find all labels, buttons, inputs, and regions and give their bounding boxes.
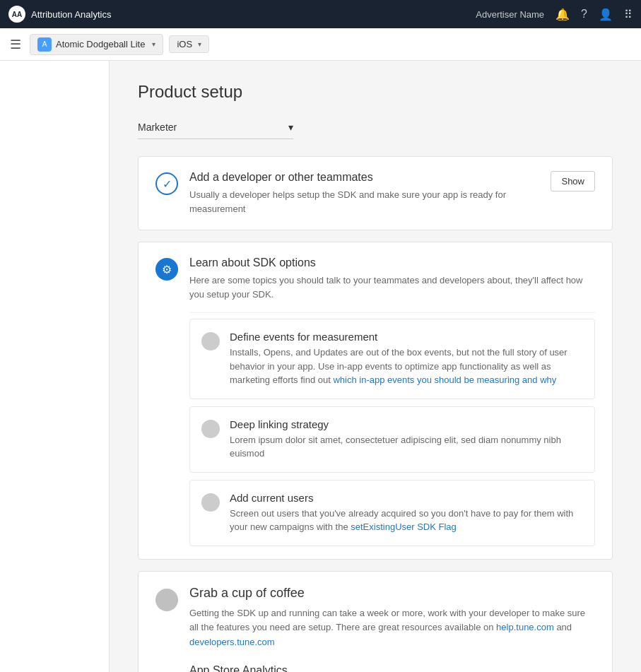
role-dropdown[interactable]: Marketer ▾ (138, 116, 293, 139)
sub-card-events: Define events for measurement Installs, … (189, 319, 595, 399)
main-layout: Setup Product setup Marketer ▾ ✓ Add a d… (0, 61, 641, 672)
asa-section: App Store Analytics Did you know you hav… (155, 664, 595, 672)
coffee-header: Grab a cup of coffee Getting the SDK up … (155, 586, 595, 650)
platform-selector[interactable]: iOS ▾ (169, 35, 209, 53)
app-selector[interactable]: A Atomic Dodgeball Lite ▾ (30, 34, 163, 55)
coffee-content: Grab a cup of coffee Getting the SDK up … (189, 586, 595, 650)
events-link[interactable]: which in-app events you should be measur… (333, 375, 556, 385)
sub-card-users: Add current users Screen out users that … (189, 480, 595, 546)
step3-icon (155, 589, 178, 611)
sdk-header: ⚙ Learn about SDK options Here are some … (155, 257, 595, 301)
hamburger-button[interactable]: ☰ (7, 34, 24, 55)
nav-left: AA Attribution Analytics (8, 6, 111, 23)
top-navbar: AA Attribution Analytics Advertiser Name… (0, 0, 641, 28)
sub-card2-content: Deep linking strategy Lorem ipsum dolor … (230, 418, 583, 461)
coffee-title: Grab a cup of coffee (189, 586, 595, 601)
step-learn-sdk: ⚙ Learn about SDK options Here are some … (138, 242, 613, 560)
platform-label: iOS (177, 39, 192, 49)
sub-navbar: ☰ A Atomic Dodgeball Lite ▾ iOS ▾ (0, 28, 641, 61)
grid-icon[interactable]: ⠿ (624, 8, 633, 21)
page-title: Product setup (138, 82, 613, 102)
show-button[interactable]: Show (551, 171, 595, 191)
developers-tune-link[interactable]: developers.tune.com (189, 637, 275, 647)
role-chevron-icon: ▾ (288, 122, 293, 133)
step2-title: Learn about SDK options (189, 257, 595, 269)
sub-card2-icon (201, 420, 220, 438)
sub-card1-content: Define events for measurement Installs, … (230, 331, 583, 387)
main-content: Product setup Marketer ▾ ✓ Add a develop… (110, 61, 641, 672)
app-chevron-icon: ▾ (152, 40, 155, 48)
nav-right: Advertiser Name 🔔 ? 👤 ⠿ (476, 8, 633, 21)
step2-icon: ⚙ (155, 258, 178, 281)
step1-icon: ✓ (155, 172, 178, 195)
step2-desc: Here are some topics you should talk to … (189, 273, 595, 301)
bell-icon[interactable]: 🔔 (555, 8, 570, 21)
platform-chevron-icon: ▾ (198, 40, 201, 48)
sub-card3-content: Add current users Screen out users that … (230, 492, 583, 534)
sdk-main-card: ⚙ Learn about SDK options Here are some … (138, 242, 613, 560)
step-add-developer: ✓ Add a developer or other teammates Usu… (138, 156, 613, 230)
step-coffee: Grab a cup of coffee Getting the SDK up … (138, 571, 613, 673)
step2-content: Learn about SDK options Here are some to… (189, 257, 595, 301)
sub-card3-title: Add current users (230, 492, 583, 504)
advertiser-name: Advertiser Name (476, 9, 544, 20)
app-logo: AA (8, 6, 25, 23)
step1-title: Add a developer or other teammates (189, 171, 539, 184)
sub-card1-icon (201, 332, 220, 350)
help-tune-link[interactable]: help.tune.com (496, 622, 554, 632)
sdk-sub-cards: Define events for measurement Installs, … (189, 312, 595, 559)
sub-card3-icon (201, 493, 220, 512)
step1-desc: Usually a developer helps setup the SDK … (189, 188, 539, 216)
sub-card1-desc: Installs, Opens, and Updates are out of … (230, 346, 583, 387)
step1-content: Add a developer or other teammates Usual… (189, 171, 539, 216)
sidebar: Setup (0, 61, 110, 672)
sub-card1-title: Define events for measurement (230, 331, 583, 343)
app-icon: A (37, 37, 52, 52)
existing-user-link[interactable]: setExistingUser SDK Flag (351, 521, 457, 532)
role-label: Marketer (138, 122, 177, 133)
app-title: Attribution Analytics (31, 9, 111, 20)
sub-card2-desc: Lorem ipsum dolor sit amet, consectetuer… (230, 433, 583, 461)
coffee-desc: Getting the SDK up and running can take … (189, 606, 595, 650)
app-selector-label: Atomic Dodgeball Lite (56, 39, 145, 49)
step1-action: Show (551, 171, 595, 191)
help-icon[interactable]: ? (581, 8, 587, 20)
user-icon[interactable]: 👤 (599, 8, 613, 21)
asa-title: App Store Analytics (189, 664, 595, 672)
sub-card-deeplink: Deep linking strategy Lorem ipsum dolor … (189, 406, 595, 473)
sub-card3-desc: Screen out users that you've already acq… (230, 507, 583, 534)
sub-card2-title: Deep linking strategy (230, 418, 583, 430)
